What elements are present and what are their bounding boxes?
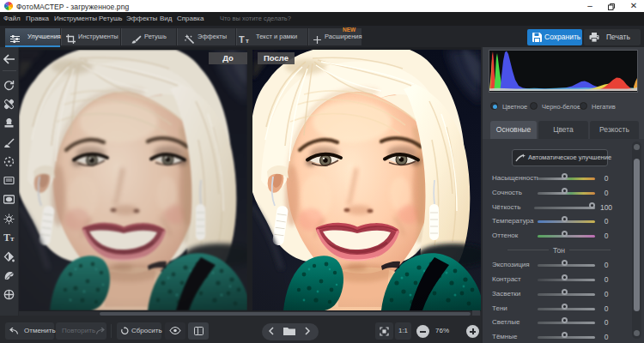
- svg-text:T: T: [3, 232, 10, 243]
- svg-text:т: т: [10, 234, 15, 243]
- svg-text:T: T: [239, 34, 245, 44]
- svg-text:т: т: [246, 37, 249, 44]
